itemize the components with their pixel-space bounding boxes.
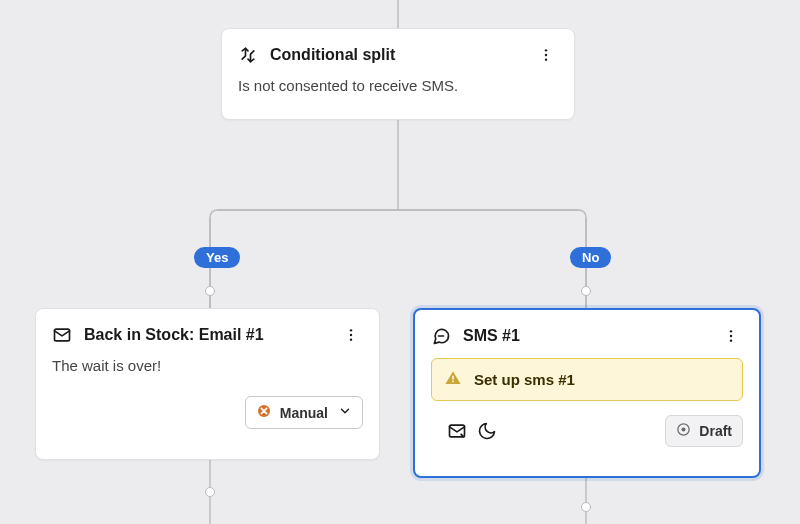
svg-point-10 (350, 329, 352, 331)
branch-pill-no: No (570, 247, 611, 268)
email-title: Back in Stock: Email #1 (84, 326, 339, 344)
sms-menu-button[interactable] (719, 324, 743, 348)
svg-point-17 (730, 339, 732, 341)
manual-icon (256, 403, 272, 422)
svg-rect-19 (452, 381, 454, 383)
quiet-hours-icon[interactable] (477, 421, 497, 441)
sms-icon (431, 326, 451, 346)
sms-node[interactable]: SMS #1 Set up sms #1 Draft (413, 308, 761, 478)
email-node[interactable]: Back in Stock: Email #1 The wait is over… (35, 308, 380, 460)
svg-point-6 (545, 49, 547, 51)
branch-no-label: No (582, 250, 599, 265)
email-icon (52, 325, 72, 345)
branch-pill-yes: Yes (194, 247, 240, 268)
warning-icon (444, 369, 462, 390)
draft-label: Draft (699, 423, 732, 439)
split-menu-button[interactable] (534, 43, 558, 67)
sms-warning-text: Set up sms #1 (474, 371, 575, 388)
draft-icon (676, 422, 691, 440)
svg-point-15 (730, 330, 732, 332)
draft-button[interactable]: Draft (665, 415, 743, 447)
svg-point-7 (545, 54, 547, 56)
email-preview: The wait is over! (36, 353, 379, 390)
split-icon (238, 45, 258, 65)
svg-point-8 (545, 58, 547, 60)
chevron-down-icon (338, 404, 352, 421)
conditional-split-node[interactable]: Conditional split Is not consented to re… (221, 28, 575, 120)
svg-point-11 (350, 334, 352, 336)
manual-label: Manual (280, 405, 328, 421)
split-condition: Is not consented to receive SMS. (222, 73, 574, 110)
port-right (581, 286, 591, 296)
sms-title: SMS #1 (463, 327, 719, 345)
branch-yes-label: Yes (206, 250, 228, 265)
smart-send-icon[interactable] (447, 421, 467, 441)
svg-point-12 (350, 338, 352, 340)
port-left (205, 286, 215, 296)
port-right-bottom (581, 502, 591, 512)
port-left-bottom (205, 487, 215, 497)
manual-button[interactable]: Manual (245, 396, 363, 429)
svg-point-16 (730, 335, 732, 337)
sms-warning-banner[interactable]: Set up sms #1 (431, 358, 743, 401)
split-title: Conditional split (270, 46, 534, 64)
svg-rect-18 (452, 376, 454, 380)
svg-point-22 (682, 428, 686, 432)
email-menu-button[interactable] (339, 323, 363, 347)
